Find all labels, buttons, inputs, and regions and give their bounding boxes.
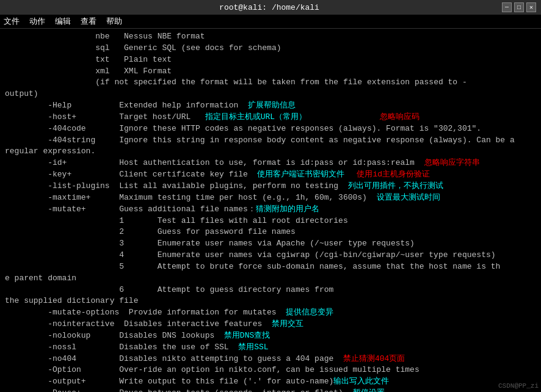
terminal-output: nbe Nessus NBE format sql Generic SQL (s… [0,29,541,392]
line-no404: -no404 Disables nikto attempting to gues… [5,354,536,365]
menu-edit[interactable]: 编辑 [55,16,71,27]
line-404code: -404code Ignore these HTTP codes as nega… [5,123,536,135]
line-host: -host+ Target host/URL 指定目标主机或URL（常用）忽略响… [5,112,536,123]
menu-file[interactable]: 文件 [4,16,20,27]
menu-help[interactable]: 帮助 [106,16,122,27]
line-eparent: e parent domain [5,273,536,285]
window-title: root@kali: /home/kali [37,3,502,12]
line-output: -output+ Write output to this file ('.' … [5,376,536,388]
watermark: CSDN@PP_zi [498,382,539,390]
line-mutate-options: -mutate-options Provide information for … [5,307,536,319]
line-ifnot: (if not specified the format will be tak… [5,77,536,89]
line-nossl: -nossl Disables the use of SSL 禁用SSL [5,342,536,354]
line-mut5: 5 Attempt to brute force sub-domain name… [5,261,536,273]
line-maxtime: -maxtime+ Maximum testing time per host … [5,192,536,204]
close-button[interactable]: ✕ [526,2,536,12]
line-output: output) [5,89,536,100]
line-nolookup: -nolookup Disables DNS lookups 禁用DNS查找 [5,330,536,342]
title-bar: root@kali: /home/kali ─ □ ✕ [0,0,541,15]
maximize-button[interactable]: □ [514,2,524,12]
line-id: -id+ Host authentication to use, format … [5,158,536,169]
window-controls[interactable]: ─ □ ✕ [502,2,541,12]
line-mut3: 3 Enumerate user names via Apache (/~use… [5,238,536,250]
line-xml: xml XML Format [5,66,536,78]
line-help: -Help Extended help information 扩展帮助信息 [5,100,536,112]
line-mut6: 6 Attempt to guess directory names from [5,285,536,296]
line-nointeractive: -nointeractive Disables interactive feat… [5,319,536,330]
line-nbe: nbe Nessus NBE format [5,31,536,43]
line-mutate: -mutate+ Guess additional file names：猜测附… [5,204,536,216]
minimize-button[interactable]: ─ [502,2,512,12]
menu-action[interactable]: 动作 [29,16,45,27]
line-mut2: 2 Guess for password file names [5,227,536,238]
line-regexp: regular expression. [5,146,536,158]
line-list-plugins: -list-plugins List all available plugins… [5,181,536,192]
menu-view[interactable]: 查看 [81,16,96,27]
line-sql: sql Generic SQL (see docs for schema) [5,43,536,54]
line-mut1: 1 Test all files with all root directori… [5,216,536,227]
line-option: -Option Over-ride an option in nikto.con… [5,365,536,376]
line-pause: -Pause+ Pause between tests (seconds, in… [5,388,536,392]
line-key: -key+ Client certificate key file 使用客户端证… [5,169,536,181]
line-mut4: 4 Enumerate user names via cgiwrap (/cgi… [5,250,536,261]
line-404string: -404string Ignore this string in respons… [5,135,536,147]
menu-bar: 文件 动作 编辑 查看 帮助 [0,15,541,29]
line-txt: txt Plain text [5,54,536,66]
